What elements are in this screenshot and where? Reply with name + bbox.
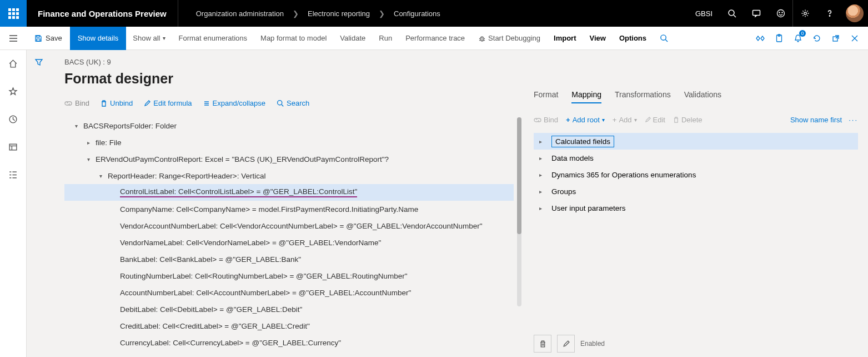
trash-icon <box>101 100 107 107</box>
filter-icon[interactable] <box>34 58 43 357</box>
avatar[interactable] <box>846 4 864 22</box>
app-launcher[interactable] <box>0 0 27 27</box>
add-root-button[interactable]: + Add root ▾ <box>566 116 605 124</box>
company-code[interactable]: GBSI <box>689 9 719 18</box>
enabled-row: Enabled <box>534 335 858 353</box>
tree-row[interactable]: AccountNumberLabel: Cell<AccountNumberLa… <box>64 284 514 301</box>
unbind-button[interactable]: Unbind <box>101 99 133 107</box>
tree-row[interactable]: CreditLabel: Cell<CreditLabel> = @"GER_L… <box>64 318 514 334</box>
scroll-thumb[interactable] <box>517 117 521 234</box>
diamond-icon[interactable] <box>751 27 769 50</box>
save-button[interactable]: Save <box>27 27 70 50</box>
mapping-panel: Format Mapping Transformations Validatio… <box>524 50 868 357</box>
tree-label: ERVendOutPaymControlReport: Excel = "BAC… <box>96 155 389 163</box>
tree-row[interactable]: BankLabel: Cell<BankLabel> = @"GER_LABEL… <box>64 251 514 267</box>
tree-row[interactable]: RoutingNumberLabel: Cell<RoutingNumberLa… <box>64 267 514 284</box>
start-debugging-button[interactable]: Start Debugging <box>471 27 547 50</box>
search-button[interactable]: Search <box>277 99 309 107</box>
tree-row[interactable]: VendorNameLabel: Cell<VendorNameLabel> =… <box>64 234 514 251</box>
bind-button[interactable]: Bind <box>534 116 558 124</box>
svg-point-6 <box>804 12 806 14</box>
validate-button[interactable]: Validate <box>333 27 372 50</box>
chevron-icon[interactable]: ▾ <box>84 156 92 162</box>
expand-collapse-button[interactable]: Expand/collapse <box>203 99 265 107</box>
smile-icon[interactable] <box>768 0 792 27</box>
save-label: Save <box>46 34 62 42</box>
breadcrumb-item[interactable]: Configurations <box>394 9 440 18</box>
view-button[interactable]: View <box>583 27 613 50</box>
tree-label: RoutingNumberLabel: Cell<RoutingNumberLa… <box>120 272 407 280</box>
datasource-row[interactable]: ▸Data models <box>534 150 858 166</box>
scrollbar[interactable] <box>517 117 521 306</box>
add-button[interactable]: + Add ▾ <box>613 116 637 124</box>
datasource-row[interactable]: ▸Dynamics 365 for Operations enumeration… <box>534 166 858 183</box>
delete-binding-icon[interactable] <box>534 335 551 353</box>
map-format-button[interactable]: Map format to model <box>254 27 333 50</box>
tab-validations[interactable]: Validations <box>684 90 721 103</box>
tree-row[interactable]: ▸file: File <box>64 134 514 151</box>
attachment-icon[interactable] <box>770 27 788 50</box>
format-tree: ▾BACSReportsFolder: Folder▸file: File▾ER… <box>64 117 524 351</box>
notification-icon[interactable]: 0 <box>789 27 807 50</box>
chat-icon[interactable] <box>744 0 768 27</box>
chevron-right-icon: ❯ <box>379 9 385 18</box>
show-name-first-button[interactable]: Show name first <box>790 116 842 124</box>
tree-row[interactable]: ControlListLabel: Cell<ControlListLabel>… <box>64 184 514 201</box>
link-icon <box>64 100 72 107</box>
edit-binding-icon[interactable] <box>557 335 575 353</box>
datasource-row[interactable]: ▸Calculated fields <box>534 133 858 150</box>
tab-transformations[interactable]: Transformations <box>615 90 671 103</box>
tree-row[interactable]: ▾ERVendOutPaymControlReport: Excel = "BA… <box>64 151 514 167</box>
svg-line-1 <box>734 15 736 17</box>
more-icon[interactable]: ··· <box>849 116 858 124</box>
datasource-row[interactable]: ▸Groups <box>534 183 858 200</box>
help-icon[interactable] <box>817 0 841 27</box>
chevron-right-icon[interactable]: ▸ <box>539 138 546 145</box>
show-details-button[interactable]: Show details <box>70 27 127 50</box>
tree-row[interactable]: ▾BACSReportsFolder: Folder <box>64 117 514 134</box>
tree-row[interactable]: VendorAccountNumberLabel: Cell<VendorAcc… <box>64 217 514 234</box>
tree-row[interactable]: CurrencyLabel: Cell<CurrencyLabel> = @"G… <box>64 334 514 351</box>
breadcrumb-item[interactable]: Electronic reporting <box>308 9 370 18</box>
tree-row[interactable]: CompanyName: Cell<CompanyName> = model.F… <box>64 201 514 217</box>
search-command[interactable] <box>653 27 675 50</box>
chevron-icon[interactable]: ▾ <box>97 173 104 179</box>
delete-button[interactable]: Delete <box>673 116 703 124</box>
modules-icon[interactable] <box>0 166 27 184</box>
refresh-icon[interactable] <box>808 27 826 50</box>
clock-icon[interactable] <box>0 110 27 128</box>
search-icon[interactable] <box>719 0 744 27</box>
import-button[interactable]: Import <box>547 27 583 50</box>
show-all-button[interactable]: Show all▾ <box>126 27 172 50</box>
home-icon[interactable] <box>0 54 27 72</box>
tab-mapping[interactable]: Mapping <box>571 90 601 103</box>
chevron-right-icon[interactable]: ▸ <box>539 189 546 195</box>
gear-icon[interactable] <box>792 0 817 27</box>
chevron-right-icon[interactable]: ▸ <box>539 172 546 178</box>
popout-icon[interactable] <box>827 27 845 50</box>
chevron-right-icon[interactable]: ▸ <box>539 155 546 161</box>
bug-icon <box>478 34 486 42</box>
edit-button[interactable]: Edit <box>645 116 665 124</box>
tree-row[interactable]: DebitLabel: Cell<DebitLabel> = @"GER_LAB… <box>64 301 514 318</box>
workspace-icon[interactable] <box>0 138 27 156</box>
format-enumerations-button[interactable]: Format enumerations <box>172 27 254 50</box>
breadcrumb-item[interactable]: Organization administration <box>196 9 284 18</box>
chevron-icon[interactable]: ▸ <box>84 140 92 146</box>
trash-icon <box>673 116 679 123</box>
run-button[interactable]: Run <box>372 27 399 50</box>
hamburger-icon[interactable] <box>0 27 27 50</box>
bind-button[interactable]: Bind <box>64 99 89 107</box>
chevron-right-icon[interactable]: ▸ <box>539 205 546 211</box>
performance-trace-button[interactable]: Performance trace <box>399 27 471 50</box>
chevron-down-icon: ▾ <box>634 117 637 123</box>
datasource-row[interactable]: ▸User input parameters <box>534 200 858 216</box>
tree-row[interactable]: ▾ReportHeader: Range<ReportHeader>: Vert… <box>64 167 514 184</box>
tab-format[interactable]: Format <box>534 90 558 103</box>
options-button[interactable]: Options <box>613 27 653 50</box>
star-icon[interactable] <box>0 82 27 100</box>
edit-formula-button[interactable]: Edit formula <box>144 99 192 107</box>
chevron-icon[interactable]: ▾ <box>72 123 80 129</box>
tree-label: BACSReportsFolder: Folder <box>83 122 177 130</box>
close-icon[interactable] <box>846 27 864 50</box>
